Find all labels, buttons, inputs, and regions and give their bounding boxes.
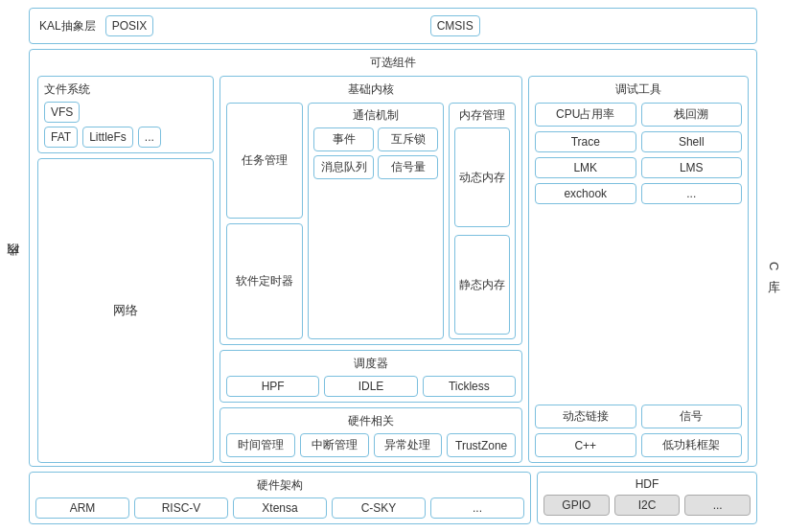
main-container: 内核 KAL抽象层 POSIX CMSIS 可选组件 文件系统 VFS <box>0 0 786 532</box>
bk-col1: 任务管理 软件定时器 <box>226 103 303 339</box>
low-power-box: 低功耗框架 <box>641 433 743 457</box>
bk-col3: 内存管理 动态内存 静态内存 <box>449 103 516 339</box>
cpp-box: C++ <box>535 433 636 457</box>
riscv-box: RISC-V <box>134 497 228 519</box>
dynamic-mem-box: 动态内存 <box>454 127 510 227</box>
hw-related-inner: 时间管理 中断管理 异常处理 TrustZone <box>226 433 516 457</box>
network-box: 网络 <box>37 158 214 463</box>
filesystem-title: 文件系统 <box>44 81 207 98</box>
debug-title: 调试工具 <box>535 81 742 98</box>
gpio-box: GPIO <box>543 495 610 516</box>
lmk-box: LMK <box>535 157 636 178</box>
optional-inner: 文件系统 VFS FAT LittleFs ... 网络 <box>37 76 749 463</box>
hw-arch-inner: ARM RISC-V Xtensa C-SKY ... <box>35 497 524 519</box>
debug-grid-row2: Trace Shell <box>535 131 742 152</box>
msgqueue-box: 消息队列 <box>313 155 374 179</box>
dynamic-link-box: 动态链接 <box>535 405 636 428</box>
hw-related-section: 硬件相关 时间管理 中断管理 异常处理 TrustZone <box>220 407 522 463</box>
hdf-ellipsis-box: ... <box>684 495 751 516</box>
debug-section: 调试工具 CPU占用率 栈回溯 Trace Shell LMK LMS <box>528 76 749 463</box>
shell-box: Shell <box>641 131 743 152</box>
hdf-inner: GPIO I2C ... <box>543 495 751 516</box>
vfs-box: VFS <box>44 102 80 123</box>
task-mgmt-box: 任务管理 <box>226 103 303 219</box>
hdf-title: HDF <box>543 477 751 491</box>
filesystem-box: 文件系统 VFS FAT LittleFs ... <box>37 76 214 153</box>
hw-related-title: 硬件相关 <box>226 413 516 429</box>
hw-arch-title: 硬件架构 <box>35 477 524 494</box>
cmsis-box: CMSIS <box>430 15 480 36</box>
trace-box: Trace <box>535 131 636 152</box>
semaphore-box: 信号量 <box>378 155 438 179</box>
debug-grid-row3: LMK LMS <box>535 157 742 178</box>
trustzone-box: TrustZone <box>447 433 516 457</box>
basic-kernel-title: 基础内核 <box>226 81 516 98</box>
static-mem-box: 静态内存 <box>454 235 510 335</box>
idle-box: IDLE <box>324 376 417 397</box>
debug-grid-row1: CPU占用率 栈回溯 <box>535 103 742 127</box>
interrupt-mgmt-box: 中断管理 <box>300 433 369 457</box>
main-split: 基础内核 任务管理 软件定时器 通信机制 <box>220 76 749 463</box>
debug-grid-row6: C++ 低功耗框架 <box>535 433 742 457</box>
basic-kernel: 基础内核 任务管理 软件定时器 通信机制 <box>220 76 522 345</box>
comm-title: 通信机制 <box>313 107 438 124</box>
bk-col2: 通信机制 事件 互斥锁 消息队列 信号量 <box>308 103 444 339</box>
signal-box: 信号 <box>641 405 743 428</box>
csky-box: C-SKY <box>332 497 426 519</box>
content-area: KAL抽象层 POSIX CMSIS 可选组件 文件系统 VFS FAT <box>25 0 761 532</box>
hw-arch-section: 硬件架构 ARM RISC-V Xtensa C-SKY ... <box>29 472 531 524</box>
kernel-section: 基础内核 任务管理 软件定时器 通信机制 <box>220 76 522 463</box>
filesystem-row2: FAT LittleFs ... <box>44 127 207 148</box>
basic-kernel-inner: 任务管理 软件定时器 通信机制 事件 互斥锁 <box>226 103 516 339</box>
c-lib-label: C库 <box>761 262 786 270</box>
tickless-box: Tickless <box>423 376 516 397</box>
fat-box: FAT <box>44 127 78 148</box>
kal-label: KAL抽象层 <box>39 18 96 35</box>
soft-timer-box: 软件定时器 <box>226 223 303 339</box>
bottom-row: 硬件架构 ARM RISC-V Xtensa C-SKY ... HDF GPI… <box>29 472 757 524</box>
xtensa-box: Xtensa <box>233 497 327 519</box>
lms-box: LMS <box>641 157 743 178</box>
time-mgmt-box: 时间管理 <box>226 433 295 457</box>
exception-handling-box: 异常处理 <box>374 433 443 457</box>
hwarch-ellipsis-box: ... <box>430 497 524 519</box>
comm-grid: 事件 互斥锁 消息队列 信号量 <box>313 127 438 179</box>
arm-box: ARM <box>35 497 129 519</box>
mem-title: 内存管理 <box>454 107 510 124</box>
event-box: 事件 <box>313 127 374 151</box>
mem-box: 内存管理 动态内存 静态内存 <box>449 103 516 339</box>
debug-ellipsis-box: ... <box>641 183 743 204</box>
exchook-box: exchook <box>535 183 636 204</box>
hdf-section: HDF GPIO I2C ... <box>537 472 757 524</box>
filesystem-inner: VFS <box>44 102 207 123</box>
debug-grid-row4: exchook ... <box>535 183 742 204</box>
scheduler-section: 调度器 HPF IDLE Tickless <box>220 350 522 403</box>
debug-grid-row5: 动态链接 信号 <box>535 405 742 428</box>
cpu-usage-box: CPU占用率 <box>535 103 636 127</box>
posix-box: POSIX <box>105 15 154 36</box>
hpf-box: HPF <box>226 376 319 397</box>
optional-title: 可选组件 <box>37 55 749 71</box>
mutex-box: 互斥锁 <box>378 127 438 151</box>
scheduler-title: 调度器 <box>226 356 516 372</box>
scheduler-inner: HPF IDLE Tickless <box>226 376 516 397</box>
optional-left: 文件系统 VFS FAT LittleFs ... 网络 <box>37 76 214 463</box>
stack-trace-box: 栈回溯 <box>641 103 743 127</box>
i2c-box: I2C <box>614 495 681 516</box>
kal-row: KAL抽象层 POSIX CMSIS <box>29 8 757 44</box>
littlefs-box: LittleFs <box>82 127 133 148</box>
comm-box: 通信机制 事件 互斥锁 消息队列 信号量 <box>308 103 444 339</box>
optional-section: 可选组件 文件系统 VFS FAT LittleFs ... <box>29 49 757 467</box>
fs-ellipsis-box: ... <box>138 127 161 148</box>
